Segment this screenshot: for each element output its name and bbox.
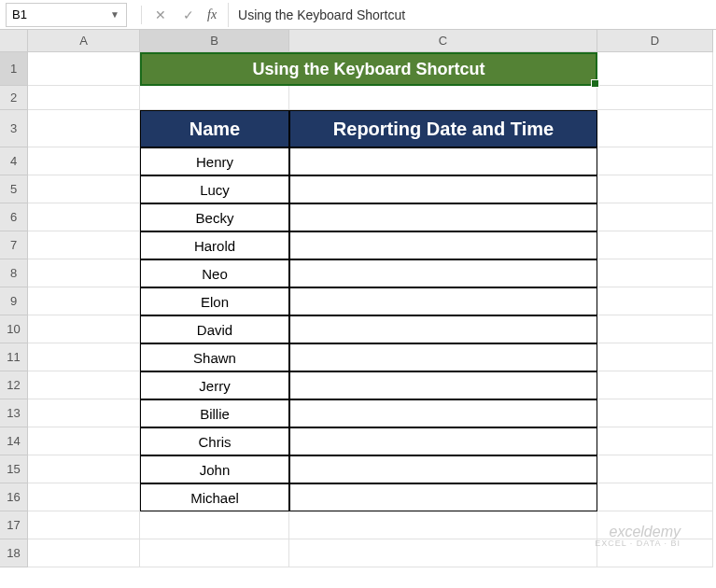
cell-A4[interactable] (28, 147, 140, 175)
cell-A3[interactable] (28, 110, 140, 147)
title-cell[interactable]: Using the Keyboard Shortcut (140, 52, 597, 86)
datetime-cell[interactable] (289, 315, 597, 343)
row-header-13[interactable]: 13 (0, 399, 28, 427)
cell-A9[interactable] (28, 287, 140, 315)
cell-B2[interactable] (140, 86, 289, 110)
formula-controls: ✕ ✓ fx (130, 6, 228, 24)
datetime-cell[interactable] (289, 147, 597, 175)
row-header-3[interactable]: 3 (0, 110, 28, 147)
row-header-18[interactable]: 18 (0, 539, 28, 567)
cell-C17[interactable] (289, 511, 597, 539)
name-cell[interactable]: Chris (140, 427, 289, 455)
cell-A13[interactable] (28, 399, 140, 427)
cell-A1[interactable] (28, 52, 140, 86)
name-cell[interactable]: Neo (140, 259, 289, 287)
name-cell[interactable]: Billie (140, 399, 289, 427)
fx-icon[interactable]: fx (207, 7, 217, 22)
cell-A16[interactable] (28, 483, 140, 511)
name-cell[interactable]: Harold (140, 231, 289, 259)
select-all-corner[interactable] (0, 30, 28, 52)
row-header-4[interactable]: 4 (0, 147, 28, 175)
row-header-17[interactable]: 17 (0, 511, 28, 539)
cell-A11[interactable] (28, 343, 140, 371)
col-header-C[interactable]: C (289, 30, 597, 52)
cell-D10[interactable] (597, 315, 713, 343)
cell-D7[interactable] (597, 231, 713, 259)
cell-A15[interactable] (28, 455, 140, 483)
cell-A14[interactable] (28, 427, 140, 455)
datetime-cell[interactable] (289, 427, 597, 455)
name-cell[interactable]: Michael (140, 483, 289, 511)
name-box[interactable]: B1 ▼ (6, 3, 127, 27)
cell-D11[interactable] (597, 343, 713, 371)
cell-D9[interactable] (597, 287, 713, 315)
row-header-8[interactable]: 8 (0, 259, 28, 287)
name-cell[interactable]: Henry (140, 147, 289, 175)
row-header-6[interactable]: 6 (0, 203, 28, 231)
row-header-14[interactable]: 14 (0, 427, 28, 455)
cell-D13[interactable] (597, 399, 713, 427)
datetime-cell[interactable] (289, 231, 597, 259)
name-cell[interactable]: John (140, 455, 289, 483)
row-header-16[interactable]: 16 (0, 483, 28, 511)
confirm-icon[interactable]: ✓ (179, 7, 198, 22)
cell-A8[interactable] (28, 259, 140, 287)
row-header-11[interactable]: 11 (0, 343, 28, 371)
cell-B18[interactable] (140, 539, 289, 567)
cell-D3[interactable] (597, 110, 713, 147)
row-header-10[interactable]: 10 (0, 315, 28, 343)
datetime-cell[interactable] (289, 259, 597, 287)
cancel-icon[interactable]: ✕ (151, 7, 170, 22)
cell-D1[interactable] (597, 52, 713, 86)
name-cell[interactable]: David (140, 315, 289, 343)
cell-B17[interactable] (140, 511, 289, 539)
cell-C2[interactable] (289, 86, 597, 110)
cell-D8[interactable] (597, 259, 713, 287)
col-header-A[interactable]: A (28, 30, 140, 52)
cell-A10[interactable] (28, 315, 140, 343)
cell-D16[interactable] (597, 483, 713, 511)
cell-A12[interactable] (28, 371, 140, 399)
cell-D15[interactable] (597, 455, 713, 483)
datetime-cell[interactable] (289, 455, 597, 483)
datetime-cell[interactable] (289, 399, 597, 427)
row-header-12[interactable]: 12 (0, 371, 28, 399)
row-header-5[interactable]: 5 (0, 175, 28, 203)
cell-D14[interactable] (597, 427, 713, 455)
row-header-1[interactable]: 1 (0, 52, 28, 86)
col-header-D[interactable]: D (597, 30, 713, 52)
cell-A18[interactable] (28, 539, 140, 567)
datetime-cell[interactable] (289, 203, 597, 231)
name-cell[interactable]: Shawn (140, 343, 289, 371)
row-header-9[interactable]: 9 (0, 287, 28, 315)
cell-D6[interactable] (597, 203, 713, 231)
header-datetime[interactable]: Reporting Date and Time (289, 110, 597, 147)
cell-C18[interactable] (289, 539, 597, 567)
cell-A7[interactable] (28, 231, 140, 259)
row-header-7[interactable]: 7 (0, 231, 28, 259)
datetime-cell[interactable] (289, 371, 597, 399)
row-header-2[interactable]: 2 (0, 86, 28, 110)
cell-A5[interactable] (28, 175, 140, 203)
datetime-cell[interactable] (289, 343, 597, 371)
cell-A6[interactable] (28, 203, 140, 231)
datetime-cell[interactable] (289, 287, 597, 315)
name-cell[interactable]: Elon (140, 287, 289, 315)
cell-D2[interactable] (597, 86, 713, 110)
header-name[interactable]: Name (140, 110, 289, 147)
cell-D12[interactable] (597, 371, 713, 399)
chevron-down-icon[interactable]: ▼ (109, 9, 120, 20)
name-cell[interactable]: Becky (140, 203, 289, 231)
datetime-cell[interactable] (289, 483, 597, 511)
cell-A17[interactable] (28, 511, 140, 539)
cell-A2[interactable] (28, 86, 140, 110)
row-header-15[interactable]: 15 (0, 455, 28, 483)
cell-D4[interactable] (597, 147, 713, 175)
name-cell[interactable]: Lucy (140, 175, 289, 203)
separator (141, 6, 142, 24)
col-header-B[interactable]: B (140, 30, 289, 52)
name-cell[interactable]: Jerry (140, 371, 289, 399)
cell-D5[interactable] (597, 175, 713, 203)
datetime-cell[interactable] (289, 175, 597, 203)
formula-input[interactable]: Using the Keyboard Shortcut (228, 3, 716, 27)
